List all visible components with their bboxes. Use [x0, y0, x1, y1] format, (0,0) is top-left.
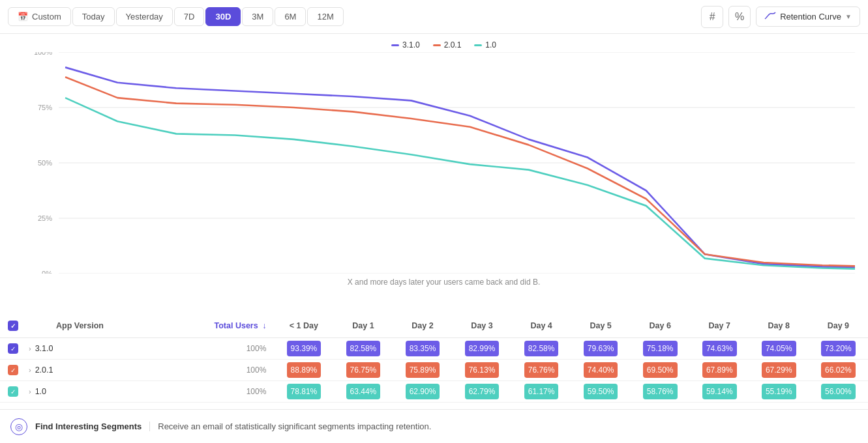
toolbar: 📅 Custom Today Yesterday 7D 30D 3M 6M 12…: [0, 0, 868, 34]
yesterday-btn[interactable]: Yesterday: [116, 7, 173, 26]
6m-btn[interactable]: 6M: [275, 7, 306, 26]
percent-icon-btn[interactable]: %: [728, 6, 751, 28]
legend-dot-v201: [433, 44, 441, 46]
row-v10-chevron[interactable]: ›: [29, 388, 31, 395]
svg-text:0%: 0%: [42, 270, 52, 274]
data-table-wrapper[interactable]: ✓ App Version Total Users ↓ < 1 Day Day …: [0, 314, 868, 403]
row-v10-lt1day: 78.81%: [274, 381, 333, 403]
hash-icon-btn[interactable]: #: [701, 6, 723, 28]
row-v10-checkbox[interactable]: ✓: [8, 386, 18, 397]
row-v310-checkbox[interactable]: ✓: [8, 343, 18, 354]
header-checkbox[interactable]: ✓: [8, 321, 18, 331]
row-v201-day1: 76.75%: [333, 360, 393, 381]
row-v310-day9: 73.20%: [809, 338, 868, 360]
row-v201-chevron[interactable]: ›: [29, 366, 31, 374]
retention-chart-svg: 100% 75% 50% 25% 0% < 1 Day Day 2 Day 4 …: [33, 52, 855, 274]
row-v10-day7: 59.14%: [690, 381, 749, 403]
legend-v10: 1.0: [474, 40, 496, 50]
row-v310-day7: 74.63%: [690, 338, 749, 360]
row-v10-day8: 55.19%: [749, 381, 809, 403]
col-header-lt1day: < 1 Day: [274, 314, 333, 338]
row-v310-day6: 75.18%: [631, 338, 690, 360]
table-header-row: ✓ App Version Total Users ↓ < 1 Day Day …: [0, 314, 868, 338]
svg-text:75%: 75%: [38, 104, 52, 111]
chart-area: 3.1.0 2.0.1 1.0 100% 75% 50% 25% 0%: [0, 34, 868, 314]
row-v310-name-cell: › 3.1.0: [23, 338, 179, 360]
row-v201-day4: 76.76%: [512, 360, 571, 381]
row-v310-name: 3.1.0: [35, 344, 53, 353]
col-header-day2: Day 2: [393, 314, 452, 338]
chart-svg-wrapper: 100% 75% 50% 25% 0% < 1 Day Day 2 Day 4 …: [33, 52, 855, 274]
row-v201-checkbox[interactable]: ✓: [8, 365, 18, 375]
row-v310-day4: 82.58%: [512, 338, 571, 360]
row-v201-day5: 74.40%: [571, 360, 631, 381]
row-v310-total: 100%: [179, 338, 275, 360]
svg-text:25%: 25%: [38, 214, 52, 222]
row-v201-day8: 67.29%: [749, 360, 809, 381]
row-v10-total: 100%: [179, 381, 275, 403]
row-v201-day9: 66.02%: [809, 360, 868, 381]
30d-btn[interactable]: 30D: [205, 7, 241, 26]
row-v10-day2: 62.90%: [393, 381, 452, 403]
row-v310-day8: 74.05%: [749, 338, 809, 360]
row-v310-checkbox-cell: ✓: [0, 338, 23, 360]
col-header-day1: Day 1: [333, 314, 393, 338]
row-v10-day5: 59.50%: [571, 381, 631, 403]
calendar-icon: 📅: [18, 12, 28, 21]
row-v310-day2: 83.35%: [393, 338, 452, 360]
7d-btn[interactable]: 7D: [174, 7, 205, 26]
col-header-day5: Day 5: [571, 314, 631, 338]
chart-line-icon: [764, 11, 776, 22]
row-v201-name-cell: › 2.0.1: [23, 360, 179, 381]
row-v201-lt1day: 88.89%: [274, 360, 333, 381]
legend-dot-v310: [391, 44, 399, 46]
legend-v310: 3.1.0: [391, 40, 420, 50]
row-v310-day3: 82.99%: [453, 338, 512, 360]
row-v10-checkbox-cell: ✓: [0, 381, 23, 403]
custom-date-btn[interactable]: 📅 Custom: [8, 7, 71, 26]
row-v10-day3: 62.79%: [453, 381, 512, 403]
3m-btn[interactable]: 3M: [242, 7, 273, 26]
chart-subtitle: X and more days later your users came ba…: [33, 278, 855, 287]
col-header-day4: Day 4: [512, 314, 571, 338]
col-header-day9: Day 9: [809, 314, 868, 338]
row-v10-name: 1.0: [35, 387, 46, 396]
toolbar-right: # % Retention Curve ▼: [701, 6, 860, 28]
row-v201-day7: 67.89%: [690, 360, 749, 381]
row-v310-day1: 82.58%: [333, 338, 393, 360]
row-v10-name-cell: › 1.0: [23, 381, 179, 403]
row-v10-day4: 61.17%: [512, 381, 571, 403]
row-v201-day2: 75.89%: [393, 360, 452, 381]
row-v10-day1: 63.44%: [333, 381, 393, 403]
row-v10-day9: 56.00%: [809, 381, 868, 403]
retention-table: ✓ App Version Total Users ↓ < 1 Day Day …: [0, 314, 868, 403]
row-v310-chevron[interactable]: ›: [29, 345, 31, 352]
col-header-day8: Day 8: [749, 314, 809, 338]
12m-btn[interactable]: 12M: [307, 7, 343, 26]
col-header-total-users[interactable]: Total Users ↓: [179, 314, 275, 338]
table-row-v310: ✓ › 3.1.0 100% 93.39% 82.58% 83.35% 82.9…: [0, 338, 868, 360]
table-row-v201: ✓ › 2.0.1 100% 88.89% 76.75% 75.89% 76.1…: [0, 360, 868, 381]
row-v10-day6: 58.76%: [631, 381, 690, 403]
retention-curve-label: Retention Curve: [780, 12, 841, 21]
row-v201-checkbox-cell: ✓: [0, 360, 23, 381]
row-v201-name: 2.0.1: [35, 365, 53, 375]
custom-label: Custom: [32, 12, 61, 21]
legend-v201: 2.0.1: [433, 40, 462, 50]
svg-text:50%: 50%: [38, 159, 52, 167]
date-filters: 📅 Custom Today Yesterday 7D 30D 3M 6M 12…: [8, 7, 698, 26]
retention-curve-btn[interactable]: Retention Curve ▼: [756, 7, 860, 27]
row-v310-day5: 79.63%: [571, 338, 631, 360]
chevron-down-icon: ▼: [845, 13, 852, 20]
col-header-app-version: App Version: [23, 314, 179, 338]
chart-legend: 3.1.0 2.0.1 1.0: [33, 40, 855, 50]
legend-label-v10: 1.0: [485, 40, 496, 50]
legend-dot-v10: [474, 44, 482, 46]
legend-label-v310: 3.1.0: [402, 40, 420, 50]
table-row-v10: ✓ › 1.0 100% 78.81% 63.44% 62.90% 62.79%…: [0, 381, 868, 403]
row-v201-day6: 69.50%: [631, 360, 690, 381]
col-header-day3: Day 3: [453, 314, 512, 338]
legend-label-v201: 2.0.1: [444, 40, 462, 50]
today-btn[interactable]: Today: [72, 7, 115, 26]
svg-text:100%: 100%: [34, 52, 52, 56]
